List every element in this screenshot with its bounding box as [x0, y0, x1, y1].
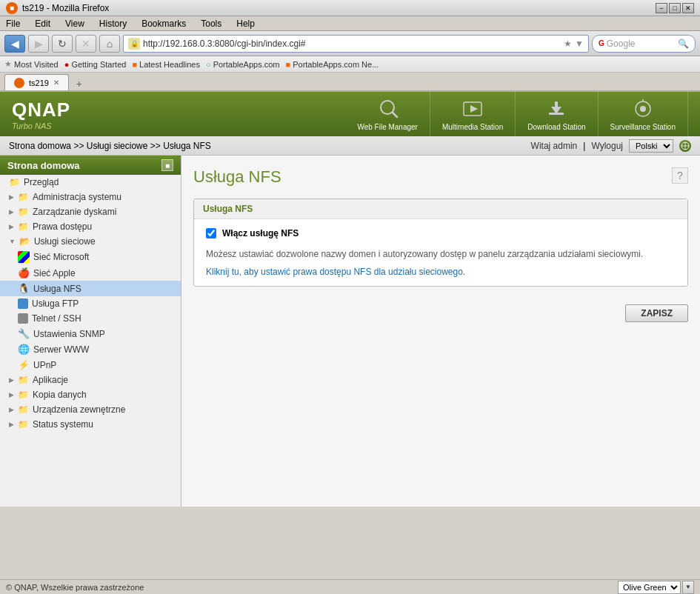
breadcrumb-current: Usługa NFS [163, 141, 211, 151]
svg-line-1 [393, 113, 397, 117]
sidebar-item-ftp[interactable]: Usługa FTP [0, 296, 181, 311]
theme-dropdown-button[interactable]: ▼ [682, 581, 694, 594]
home-button[interactable]: ⌂ [99, 35, 120, 53]
search-icon[interactable]: 🔍 [678, 39, 689, 49]
bookmark-getting-started[interactable]: ● Getting Started [64, 60, 127, 69]
sidebar-item-kopia[interactable]: ▶ 📁 Kopia danych [0, 387, 181, 402]
breadcrumb-home[interactable]: Strona domowa [9, 141, 71, 151]
sidebar-item-administracja[interactable]: ▶ 📁 Administracja systemu [0, 190, 181, 204]
breadcrumb: Strona domowa >> Usługi sieciowe >> Usłu… [9, 141, 211, 151]
help-button[interactable]: ? [672, 167, 688, 184]
folder-icon: 📁 [18, 207, 29, 217]
chevron-right-icon: ▶ [9, 208, 14, 216]
svg-point-8 [640, 106, 646, 112]
sidebar-item-upnp[interactable]: ⚡ UPnP [0, 357, 181, 373]
bookmark-portableapps-ne[interactable]: ■ PortableApps.com Ne... [286, 60, 379, 69]
svg-marker-3 [470, 105, 478, 113]
sidebar-item-telnet[interactable]: Telnet / SSH [0, 311, 181, 326]
theme-select[interactable]: Olive Green [618, 581, 681, 594]
url-bar[interactable]: 🔒 http://192.168.0.3:8080/cgi-bin/index.… [123, 35, 589, 53]
bookmark-star-icon[interactable]: ★ [564, 39, 572, 49]
nfs-settings-link[interactable]: Kliknij tu, aby ustawić prawa dostępu NF… [206, 267, 465, 277]
flame-icon: ● [64, 60, 70, 69]
chevron-right-icon: ▶ [9, 421, 14, 428]
nfs-link-row: Kliknij tu, aby ustawić prawa dostępu NF… [206, 267, 676, 277]
url-security-icon: 🔒 [128, 38, 140, 50]
sidebar-item-apple[interactable]: 🍎 Sieć Apple [0, 265, 181, 281]
bookmark-label: Getting Started [71, 60, 126, 69]
sidebar-label: Prawa dostępu [33, 221, 92, 232]
nfs-enable-checkbox[interactable] [206, 228, 216, 238]
menu-history[interactable]: History [96, 17, 130, 30]
sidebar-label: Aplikacje [33, 375, 68, 385]
tab-close-button[interactable]: ✕ [53, 79, 59, 87]
nav-web-file-manager[interactable]: Web File Manager [345, 91, 430, 137]
stop-button[interactable]: ✕ [76, 35, 96, 53]
qnap-tagline: Turbo NAS [12, 121, 70, 130]
language-select[interactable]: Polski [629, 139, 673, 153]
sidebar-item-urządzenia[interactable]: ▶ 📁 Urządzenia zewnętrzne [0, 402, 181, 417]
logout-link[interactable]: Wyloguj [591, 141, 623, 151]
linux-icon: 🐧 [18, 283, 30, 294]
qnap-logo: QNAP Turbo NAS [12, 99, 70, 130]
nav-multimedia-station[interactable]: Multimedia Station [430, 91, 516, 137]
tabs-bar: ts219 ✕ + [0, 73, 700, 92]
save-button[interactable]: ZAPISZ [625, 304, 688, 322]
bookmark-latest-headlines[interactable]: ■ Latest Headlines [132, 60, 200, 69]
folder-icon: 📁 [18, 419, 29, 430]
chevron-right-icon: ▶ [9, 391, 14, 398]
menu-file[interactable]: File [3, 17, 23, 30]
close-button[interactable]: ✕ [682, 3, 694, 13]
sidebar-item-status[interactable]: ▶ 📁 Status systemu [0, 417, 181, 432]
maximize-button[interactable]: □ [669, 3, 681, 13]
browser-title: ts219 - Mozilla Firefox [22, 3, 109, 13]
sidebar-item-przegląd[interactable]: 📁 Przegląd [0, 175, 181, 190]
refresh-button[interactable]: ↻ [52, 35, 73, 53]
bookmark-portableapps[interactable]: ○ PortableApps.com [206, 60, 280, 69]
search-box[interactable]: G Google 🔍 [592, 35, 696, 53]
sidebar-item-zarządzanie[interactable]: ▶ 📁 Zarządzanie dyskami [0, 204, 181, 219]
globe-icon: ○ [206, 60, 211, 69]
qnap-logo-text: QNAP [12, 99, 70, 121]
user-actions: Witaj admin | Wyloguj Polski [531, 139, 691, 153]
nfs-section: Usługa NFS Włącz usługę NFS Możesz ustaw… [193, 198, 688, 287]
sidebar-label: UPnP [33, 360, 56, 370]
breadcrumb-sep1: >> [73, 141, 86, 151]
sidebar-item-snmp[interactable]: 🔧 Ustawienia SNMP [0, 326, 181, 341]
folder-icon: 📁 [9, 177, 20, 187]
star-icon: ★ [4, 59, 12, 69]
menu-view[interactable]: View [62, 17, 87, 30]
folder-icon: 📁 [18, 404, 29, 415]
bookmark-most-visited[interactable]: ★ Most Visited [4, 59, 59, 69]
menu-bookmarks[interactable]: Bookmarks [139, 17, 189, 30]
sidebar-item-usługi[interactable]: ▼ 📂 Usługi sieciowe [0, 234, 181, 249]
sidebar-item-microsoft[interactable]: Sieć Microsoft [0, 249, 181, 265]
nav-surveillance-station[interactable]: Surveillance Station [599, 91, 688, 137]
sidebar-item-nfs[interactable]: 🐧 Usługa NFS [0, 281, 181, 296]
sidebar-label: Kopia danych [33, 390, 87, 400]
rss2-icon: ■ [286, 60, 291, 69]
nfs-checkbox-label[interactable]: Włącz usługę NFS [222, 228, 299, 238]
new-tab-button[interactable]: + [72, 77, 87, 90]
menu-tools[interactable]: Tools [198, 17, 224, 30]
forward-button[interactable]: ▶ [28, 35, 49, 53]
sidebar-item-www[interactable]: 🌐 Serwer WWW [0, 341, 181, 357]
menu-edit[interactable]: Edit [32, 17, 53, 30]
nav-label: Download Station [527, 123, 585, 131]
sidebar-item-aplikacje[interactable]: ▶ 📁 Aplikacje [0, 373, 181, 387]
sidebar-collapse-button[interactable]: ■ [161, 159, 173, 171]
tab-ts219[interactable]: ts219 ✕ [4, 74, 69, 90]
status-bar: © QNAP, Wszelkie prawa zastrzeżone Olive… [0, 579, 700, 594]
chevron-right-icon: ▶ [9, 376, 14, 384]
breadcrumb-services[interactable]: Usługi sieciowe [87, 141, 148, 151]
breadcrumb-sep2: >> [150, 141, 163, 151]
chevron-down-icon: ▼ [9, 238, 16, 245]
url-dropdown-icon[interactable]: ▼ [575, 39, 584, 49]
menu-help[interactable]: Help [233, 17, 258, 30]
sidebar-label: Status systemu [33, 419, 93, 430]
back-button[interactable]: ◀ [4, 35, 25, 53]
sidebar-item-prawa[interactable]: ▶ 📁 Prawa dostępu [0, 219, 181, 234]
url-text[interactable]: http://192.168.0.3:8080/cgi-bin/index.cg… [143, 39, 561, 49]
nav-download-station[interactable]: Download Station [516, 91, 598, 137]
minimize-button[interactable]: − [656, 3, 667, 13]
